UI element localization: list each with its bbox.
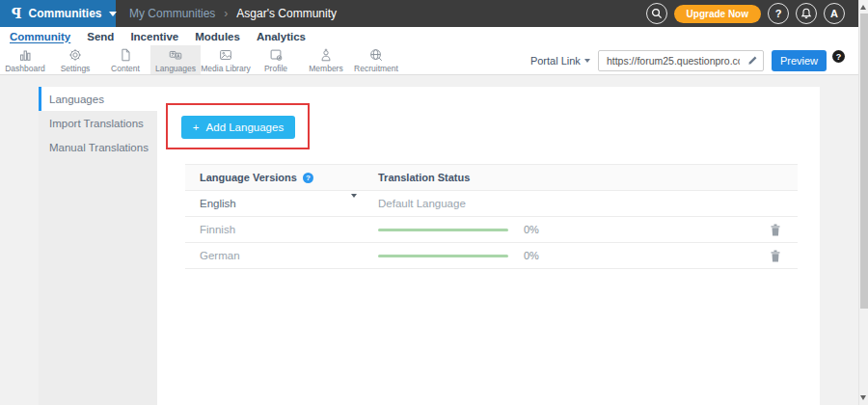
- gear-icon: [68, 47, 83, 63]
- edit-portal-url-button[interactable]: [744, 51, 763, 70]
- translation-progress-bar: [378, 255, 508, 257]
- progress-percent: 0%: [524, 224, 539, 235]
- bell-icon: [800, 8, 812, 19]
- column-translation-status: Translation Status: [378, 172, 470, 183]
- chevron-down-icon: [584, 59, 590, 63]
- section-toolbar: Dashboard Settings Content: [0, 45, 868, 75]
- breadcrumb: My Communities › Asgar's Community: [129, 7, 337, 20]
- scroll-down-arrow-icon[interactable]: [860, 395, 866, 400]
- delete-language-button[interactable]: [770, 250, 781, 262]
- default-language-label: Default Language: [378, 198, 466, 209]
- nav-modules[interactable]: Modules: [195, 31, 240, 42]
- breadcrumb-my-communities[interactable]: My Communities: [129, 7, 215, 20]
- translation-progress-bar: [378, 229, 508, 231]
- scrollbar-thumb[interactable]: [860, 14, 868, 309]
- language-name: English: [200, 198, 236, 209]
- main-nav: Community Send Incentive Modules Analyti…: [0, 27, 868, 45]
- portal-url-wrap: [598, 50, 764, 71]
- table-row-german: German 0%: [185, 243, 798, 269]
- scroll-up-arrow-icon[interactable]: [860, 5, 866, 10]
- table-row-finnish: Finnish 0%: [185, 217, 798, 243]
- vertical-scrollbar[interactable]: [858, 0, 868, 405]
- sidebar-item-languages[interactable]: Languages: [39, 87, 157, 111]
- add-languages-button[interactable]: + Add Languages: [181, 116, 295, 139]
- table-row-english: English Default Language: [185, 191, 798, 217]
- translate-icon: [168, 47, 183, 63]
- tab-profile[interactable]: Profile: [251, 45, 301, 74]
- sidebar-item-manual-translations[interactable]: Manual Translations: [39, 135, 157, 159]
- tab-languages[interactable]: Languages: [150, 45, 201, 74]
- tab-content[interactable]: Content: [100, 45, 150, 74]
- chevron-down-icon: [351, 194, 357, 209]
- image-icon: [218, 47, 233, 63]
- breadcrumb-current-community: Asgar's Community: [236, 7, 337, 20]
- languages-panel: + Add Languages Language Versions ? Tran…: [157, 87, 820, 405]
- nav-community[interactable]: Community: [10, 31, 70, 42]
- questionpro-logo: P: [12, 6, 22, 21]
- portal-url-input[interactable]: [599, 55, 744, 67]
- portal-help-button[interactable]: ?: [832, 50, 845, 63]
- upgrade-now-button[interactable]: Upgrade Now: [674, 5, 761, 23]
- table-header-row: Language Versions ? Translation Status: [185, 165, 798, 191]
- progress-percent: 0%: [524, 250, 539, 261]
- nav-incentive[interactable]: Incentive: [130, 31, 178, 42]
- language-versions-help-icon[interactable]: ?: [303, 173, 313, 183]
- tab-media-library[interactable]: Media Library: [201, 45, 251, 74]
- person-icon: [318, 47, 334, 63]
- portal-link-area: Portal Link Preview ?: [530, 45, 845, 75]
- trash-icon: [770, 250, 781, 262]
- header-actions: Upgrade Now ? A: [646, 3, 868, 24]
- bar-chart-icon: [17, 47, 33, 63]
- column-language-versions: Language Versions: [200, 172, 297, 183]
- plus-icon: +: [193, 122, 200, 133]
- breadcrumb-separator: ›: [224, 7, 228, 20]
- id-card-icon: [268, 47, 284, 63]
- nav-send[interactable]: Send: [87, 31, 114, 42]
- help-button[interactable]: ?: [768, 3, 789, 24]
- sidebar-item-import-translations[interactable]: Import Translations: [39, 111, 157, 135]
- tab-settings[interactable]: Settings: [50, 45, 100, 74]
- tab-dashboard[interactable]: Dashboard: [0, 45, 50, 74]
- tab-members[interactable]: Members: [301, 45, 351, 74]
- nav-analytics[interactable]: Analytics: [257, 31, 306, 42]
- languages-table: Language Versions ? Translation Status E…: [185, 164, 798, 269]
- document-icon: [118, 47, 133, 63]
- tab-recruitment[interactable]: Recruitment: [351, 45, 401, 74]
- delete-language-button[interactable]: [770, 224, 781, 236]
- chevron-down-icon: [109, 12, 117, 16]
- portal-link-dropdown[interactable]: Portal Link: [530, 55, 590, 67]
- avatar[interactable]: A: [824, 3, 845, 24]
- search-button[interactable]: [646, 3, 667, 24]
- app-window: P Communities My Communities › Asgar's C…: [0, 0, 868, 405]
- communities-product-menu[interactable]: P Communities: [0, 0, 116, 27]
- search-icon: [651, 8, 663, 19]
- top-header: P Communities My Communities › Asgar's C…: [0, 0, 868, 27]
- trash-icon: [770, 224, 781, 236]
- language-name: German: [200, 250, 240, 261]
- pencil-icon: [747, 55, 758, 66]
- globe-search-icon: [368, 47, 384, 63]
- language-name: Finnish: [200, 224, 235, 235]
- settings-sidebar: Languages Import Translations Manual Tra…: [39, 87, 157, 405]
- product-name: Communities: [29, 7, 102, 20]
- default-language-dropdown[interactable]: [351, 198, 357, 209]
- content-area: Languages Import Translations Manual Tra…: [0, 75, 858, 405]
- notifications-button[interactable]: [796, 3, 817, 24]
- preview-button[interactable]: Preview: [772, 50, 827, 71]
